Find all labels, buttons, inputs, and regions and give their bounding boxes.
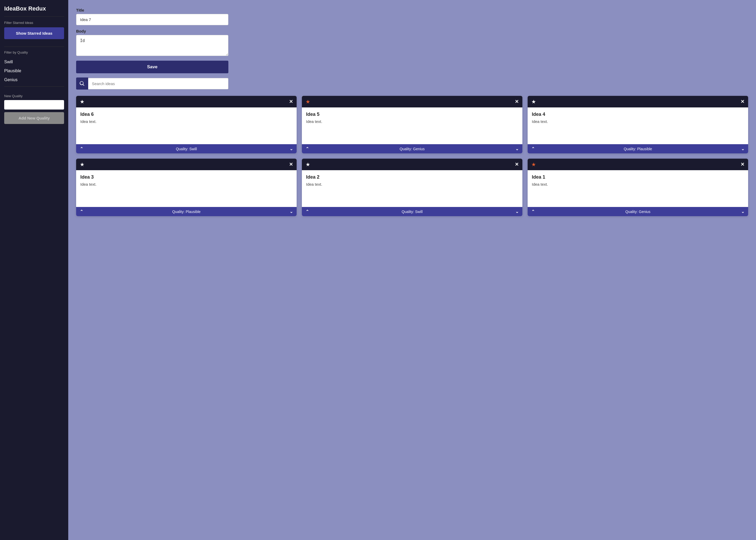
- idea-text: Idea text.: [532, 182, 744, 187]
- filter-starred-label: Filter Starred Ideas: [4, 21, 64, 25]
- idea-card-card-1: ★ ✕ Idea 1 Idea text. ⌃ Quality: Genius …: [528, 159, 748, 216]
- show-starred-button[interactable]: Show Starred Ideas: [4, 27, 64, 39]
- card-footer: ⌃ Quality: Genius ⌄: [302, 144, 522, 153]
- idea-text: Idea text.: [306, 182, 518, 187]
- star-icon[interactable]: ★: [80, 161, 84, 168]
- add-quality-button[interactable]: Add New Quality: [4, 112, 64, 124]
- idea-card-card-3: ★ ✕ Idea 3 Idea text. ⌃ Quality: Plausib…: [76, 159, 297, 216]
- idea-card-card-6: ★ ✕ Idea 6 Idea text. ⌃ Quality: Swill ⌄: [76, 96, 297, 153]
- card-footer: ⌃ Quality: Swill ⌄: [302, 207, 522, 216]
- card-header: ★ ✕: [528, 96, 748, 107]
- card-footer: ⌃ Quality: Plausible ⌄: [528, 144, 748, 153]
- chevron-down-icon[interactable]: ⌄: [741, 146, 744, 151]
- quality-label: Quality: Plausible: [535, 147, 741, 151]
- chevron-down-icon[interactable]: ⌄: [515, 146, 519, 151]
- idea-title: Idea 3: [80, 174, 292, 180]
- close-icon[interactable]: ✕: [515, 162, 519, 167]
- chevron-down-icon[interactable]: ⌄: [515, 209, 519, 214]
- main-content: Title Body Id Save ★ ✕ Idea 6 Idea text.: [68, 0, 756, 540]
- card-body: Idea 6 Idea text.: [76, 107, 297, 144]
- body-field: Body Id: [76, 29, 748, 57]
- idea-title: Idea 6: [80, 112, 292, 117]
- new-quality-input[interactable]: [4, 100, 64, 109]
- chevron-up-icon[interactable]: ⌃: [531, 146, 535, 151]
- quality-filter-genius[interactable]: Genius: [4, 75, 64, 84]
- save-button[interactable]: Save: [76, 61, 228, 73]
- star-icon[interactable]: ★: [305, 98, 310, 105]
- chevron-up-icon[interactable]: ⌃: [80, 209, 83, 214]
- title-input[interactable]: [76, 14, 228, 25]
- card-header: ★ ✕: [528, 159, 748, 170]
- filter-quality-label: Filter by Quality: [4, 51, 64, 55]
- quality-filter-plausible[interactable]: Plausible: [4, 67, 64, 75]
- idea-text: Idea text.: [80, 119, 292, 124]
- close-icon[interactable]: ✕: [515, 99, 519, 104]
- chevron-up-icon[interactable]: ⌃: [531, 209, 535, 214]
- quality-label: Quality: Genius: [535, 209, 741, 214]
- idea-title: Idea 4: [532, 112, 744, 117]
- chevron-up-icon[interactable]: ⌃: [80, 146, 83, 151]
- idea-text: Idea text.: [80, 182, 292, 187]
- card-footer: ⌃ Quality: Swill ⌄: [76, 144, 297, 153]
- idea-title: Idea 5: [306, 112, 518, 117]
- divider-2: [4, 86, 64, 87]
- close-icon[interactable]: ✕: [740, 162, 744, 167]
- cards-grid: ★ ✕ Idea 6 Idea text. ⌃ Quality: Swill ⌄…: [76, 96, 748, 216]
- card-body: Idea 1 Idea text.: [528, 170, 748, 207]
- star-icon[interactable]: ★: [305, 161, 310, 168]
- idea-card-card-2: ★ ✕ Idea 2 Idea text. ⌃ Quality: Swill ⌄: [302, 159, 522, 216]
- close-icon[interactable]: ✕: [289, 162, 293, 167]
- quality-label: Quality: Swill: [309, 209, 515, 214]
- close-icon[interactable]: ✕: [740, 99, 744, 104]
- quality-label: Quality: Genius: [309, 147, 515, 151]
- idea-title: Idea 1: [532, 174, 744, 180]
- title-field: Title: [76, 8, 748, 25]
- search-bar: [76, 77, 228, 89]
- idea-card-card-5: ★ ✕ Idea 5 Idea text. ⌃ Quality: Genius …: [302, 96, 522, 153]
- idea-text: Idea text.: [306, 119, 518, 124]
- star-icon[interactable]: ★: [80, 98, 84, 105]
- search-input[interactable]: [88, 78, 228, 89]
- card-body: Idea 3 Idea text.: [76, 170, 297, 207]
- close-icon[interactable]: ✕: [289, 99, 293, 104]
- card-header: ★ ✕: [302, 159, 522, 170]
- idea-card-card-4: ★ ✕ Idea 4 Idea text. ⌃ Quality: Plausib…: [528, 96, 748, 153]
- card-header: ★ ✕: [302, 96, 522, 107]
- sidebar: IdeaBox Redux Filter Starred Ideas Show …: [0, 0, 68, 540]
- chevron-up-icon[interactable]: ⌃: [305, 209, 309, 214]
- idea-title: Idea 2: [306, 174, 518, 180]
- chevron-down-icon[interactable]: ⌄: [289, 146, 293, 151]
- quality-label: Quality: Plausible: [83, 209, 289, 214]
- app-title: IdeaBox Redux: [4, 5, 64, 17]
- body-label: Body: [76, 29, 748, 33]
- star-icon[interactable]: ★: [531, 98, 536, 105]
- card-body: Idea 2 Idea text.: [302, 170, 522, 207]
- star-icon[interactable]: ★: [531, 161, 536, 168]
- card-header: ★ ✕: [76, 159, 297, 170]
- body-textarea[interactable]: Id: [76, 35, 228, 56]
- card-footer: ⌃ Quality: Plausible ⌄: [76, 207, 297, 216]
- title-label: Title: [76, 8, 748, 12]
- idea-form: Title Body Id Save: [76, 8, 748, 89]
- quality-label: Quality: Swill: [83, 147, 289, 151]
- idea-text: Idea text.: [532, 119, 744, 124]
- card-header: ★ ✕: [76, 96, 297, 107]
- chevron-down-icon[interactable]: ⌄: [289, 209, 293, 214]
- card-body: Idea 5 Idea text.: [302, 107, 522, 144]
- new-quality-label: New Quality: [4, 94, 64, 98]
- divider-1: [4, 47, 64, 47]
- chevron-up-icon[interactable]: ⌃: [305, 146, 309, 151]
- card-body: Idea 4 Idea text.: [528, 107, 748, 144]
- card-footer: ⌃ Quality: Genius ⌄: [528, 207, 748, 216]
- chevron-down-icon[interactable]: ⌄: [741, 209, 744, 214]
- search-icon: [76, 77, 88, 89]
- quality-filter-swill[interactable]: Swill: [4, 58, 64, 67]
